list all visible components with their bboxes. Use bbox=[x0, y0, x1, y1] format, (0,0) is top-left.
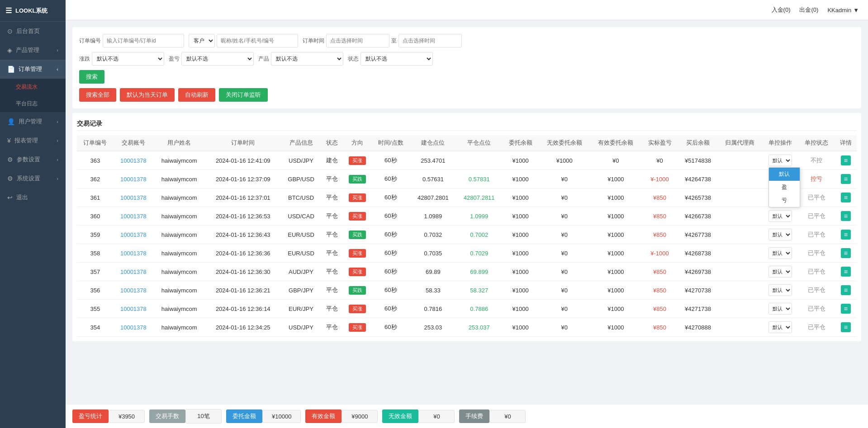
detail-icon[interactable]: ≡ bbox=[841, 322, 851, 332]
cell-account[interactable]: 10001378 bbox=[114, 318, 153, 337]
detail-icon[interactable]: ≡ bbox=[841, 230, 851, 240]
detail-icon[interactable]: ≡ bbox=[841, 285, 851, 295]
cell-account[interactable]: 10001378 bbox=[114, 170, 153, 188]
detail-icon[interactable]: ≡ bbox=[841, 267, 851, 277]
cell-detail[interactable]: ≡ bbox=[835, 151, 857, 170]
cell-account[interactable]: 10001378 bbox=[114, 151, 153, 170]
cell-detail[interactable]: ≡ bbox=[835, 263, 857, 281]
cell-valid: ¥1000 bbox=[590, 207, 642, 226]
dropdown-item-profit[interactable]: 盈 bbox=[769, 181, 800, 194]
cell-control-op[interactable]: 默认盈亏 bbox=[762, 318, 798, 337]
status-label: 状态 bbox=[348, 55, 359, 63]
detail-icon[interactable]: ≡ bbox=[841, 304, 851, 314]
cell-time: 2024-01-16 12:36:21 bbox=[205, 281, 281, 300]
cell-detail[interactable]: ≡ bbox=[835, 188, 857, 207]
cell-control-op[interactable]: 默认盈亏 bbox=[762, 263, 798, 281]
col-time: 订单时间 bbox=[205, 135, 281, 151]
menu-icon[interactable]: ☰ bbox=[5, 6, 12, 15]
customer-input[interactable] bbox=[217, 34, 298, 47]
detail-icon[interactable]: ≡ bbox=[841, 193, 851, 202]
control-select[interactable]: 默认盈亏 bbox=[768, 284, 792, 296]
status-select[interactable]: 默认不选 bbox=[360, 52, 433, 66]
search-button[interactable]: 搜索 bbox=[79, 70, 104, 84]
sidebar-item-system[interactable]: ⚙ 系统设置 › bbox=[0, 169, 66, 188]
user-menu[interactable]: KKadmin ▼ bbox=[827, 7, 859, 14]
control-select[interactable]: 默认盈亏 bbox=[768, 303, 792, 315]
cell-account[interactable]: 10001378 bbox=[114, 226, 153, 244]
sidebar-item-logout[interactable]: ↩ 退出 bbox=[0, 188, 66, 207]
control-select[interactable]: 默认盈亏 bbox=[768, 247, 792, 259]
order-no-group: 订单编号 bbox=[79, 34, 184, 47]
cell-control-status: 已平仓 bbox=[798, 318, 835, 337]
cell-detail[interactable]: ≡ bbox=[835, 170, 857, 188]
customer-type-select[interactable]: 客户 bbox=[189, 34, 215, 47]
ying-select[interactable]: 默认不选 bbox=[181, 52, 254, 66]
cell-detail[interactable]: ≡ bbox=[835, 244, 857, 263]
control-select[interactable]: 默认盈亏 bbox=[768, 155, 792, 166]
cell-balance: ¥4270888 bbox=[678, 318, 718, 337]
col-invalid: 无效委托余额 bbox=[539, 135, 590, 151]
sidebar-item-platform-log[interactable]: 平台日志 bbox=[0, 95, 66, 112]
cell-detail[interactable]: ≡ bbox=[835, 318, 857, 337]
cell-pnl: ¥850 bbox=[641, 300, 678, 318]
sidebar-item-params[interactable]: ⚙ 参数设置 › bbox=[0, 150, 66, 169]
sidebar-item-report[interactable]: ¥ 报表管理 › bbox=[0, 131, 66, 150]
table-row: 356 10001378 haiwaiymcom 2024-01-16 12:3… bbox=[77, 281, 857, 300]
close-monitor-button[interactable]: 关闭订单监听 bbox=[219, 88, 268, 102]
cell-control-op[interactable]: 默认盈亏 bbox=[762, 281, 798, 300]
cell-account[interactable]: 10001378 bbox=[114, 300, 153, 318]
detail-icon[interactable]: ≡ bbox=[841, 155, 851, 165]
search-all-button[interactable]: 搜索全部 bbox=[79, 88, 116, 102]
cell-detail[interactable]: ≡ bbox=[835, 226, 857, 244]
cell-close: 0.7886 bbox=[456, 300, 502, 318]
dropdown-item-loss[interactable]: 亏 bbox=[769, 194, 800, 207]
cell-account[interactable]: 10001378 bbox=[114, 281, 153, 300]
control-select[interactable]: 默认盈亏 bbox=[768, 210, 792, 222]
control-select[interactable]: 默认盈亏 bbox=[768, 321, 792, 333]
cell-duration: 60秒 bbox=[371, 263, 410, 281]
control-select[interactable]: 默认盈亏 bbox=[768, 229, 792, 240]
cell-account[interactable]: 10001378 bbox=[114, 188, 153, 207]
content-area: 订单编号 客户 订单时间 至 涨跌 bbox=[66, 20, 868, 404]
sidebar-item-product[interactable]: ◈ 产品管理 › bbox=[0, 41, 66, 60]
cell-control-op[interactable]: 默认盈亏 bbox=[762, 300, 798, 318]
col-duration: 时间/点数 bbox=[371, 135, 410, 151]
deposit-button[interactable]: 入金(0) bbox=[772, 6, 791, 14]
cell-time: 2024-01-16 12:36:36 bbox=[205, 244, 281, 263]
sidebar-item-user[interactable]: 👤 用户管理 › bbox=[0, 112, 66, 131]
sidebar-item-dashboard[interactable]: ⊙ 后台首页 bbox=[0, 22, 66, 41]
default-today-button[interactable]: 默认为当天订单 bbox=[120, 88, 175, 102]
sidebar-item-trade-flow[interactable]: 交易流水 bbox=[0, 79, 66, 95]
cell-account[interactable]: 10001378 bbox=[114, 263, 153, 281]
cell-detail[interactable]: ≡ bbox=[835, 300, 857, 318]
valid-label: 有效金额 bbox=[305, 409, 342, 423]
zhang-select[interactable]: 默认不选 bbox=[92, 52, 164, 66]
cell-account[interactable]: 10001378 bbox=[114, 244, 153, 263]
cell-pnl: ¥850 bbox=[641, 318, 678, 337]
cell-agent bbox=[718, 151, 762, 170]
product-select[interactable]: 默认不选 bbox=[271, 52, 343, 66]
detail-icon[interactable]: ≡ bbox=[841, 248, 851, 258]
username-label: KKadmin bbox=[827, 7, 851, 14]
cell-account[interactable]: 10001378 bbox=[114, 207, 153, 226]
date-to-input[interactable] bbox=[398, 34, 462, 47]
dropdown-item-default[interactable]: 默认 bbox=[769, 168, 800, 181]
cell-control-op[interactable]: 默认盈亏 bbox=[762, 226, 798, 244]
order-no-input[interactable] bbox=[103, 34, 184, 47]
cell-detail[interactable]: ≡ bbox=[835, 281, 857, 300]
detail-icon[interactable]: ≡ bbox=[841, 211, 851, 221]
detail-icon[interactable]: ≡ bbox=[841, 174, 851, 184]
trade-count-label: 交易手数 bbox=[149, 409, 185, 423]
withdraw-button[interactable]: 出金(0) bbox=[799, 6, 818, 14]
cell-detail[interactable]: ≡ bbox=[835, 207, 857, 226]
pnl-label: 盈亏统计 bbox=[72, 409, 109, 423]
cell-agent bbox=[718, 281, 762, 300]
cell-control-op[interactable]: 默认盈亏 bbox=[762, 244, 798, 263]
cell-control-op[interactable]: 默认盈亏 bbox=[762, 207, 798, 226]
date-from-input[interactable] bbox=[326, 34, 389, 47]
auto-refresh-button[interactable]: 自动刷新 bbox=[178, 88, 215, 102]
sidebar-item-order[interactable]: 📄 订单管理 ‹ bbox=[0, 60, 66, 79]
cell-control-op[interactable]: 默认盈亏 默认 盈 亏 bbox=[762, 151, 798, 170]
control-dropdown: 默认 盈 亏 bbox=[768, 167, 800, 207]
control-select[interactable]: 默认盈亏 bbox=[768, 266, 792, 277]
